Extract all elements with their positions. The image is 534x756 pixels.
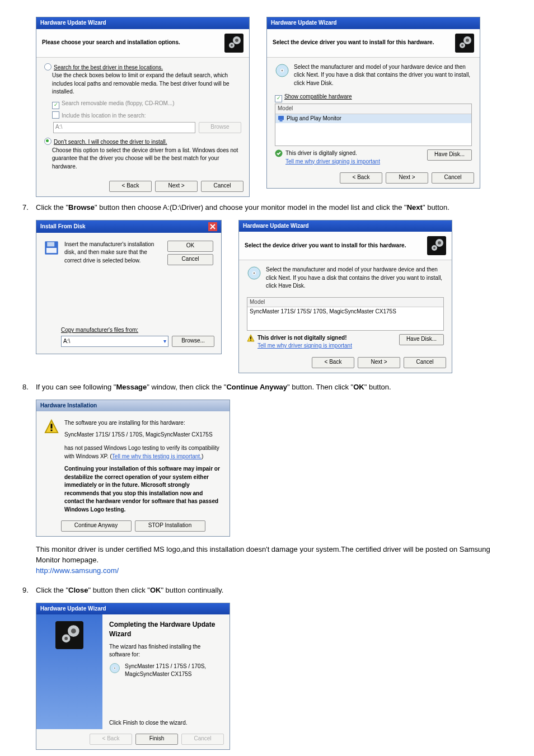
model-item-pnp[interactable]: Plug and Play Monitor	[275, 114, 471, 124]
checkbox-removable-media-label: Search removable media (floppy, CD-ROM..…	[62, 100, 175, 106]
select-driver-dialog-2: Hardware Update Wizard Select the device…	[238, 220, 452, 373]
signing-info-link[interactable]: Tell me why driver signing is important	[285, 158, 380, 165]
model-item-label: Plug and Play Monitor	[287, 115, 341, 123]
dialog-title: Hardware Update Wizard	[239, 220, 452, 232]
hardware-icon	[55, 621, 83, 649]
radio-search-best[interactable]	[44, 63, 51, 71]
have-disk-button[interactable]: Have Disk...	[427, 149, 472, 161]
model-item-syncmaster[interactable]: SyncMaster 171S/ 175S/ 170S, MagicSyncMa…	[247, 307, 443, 317]
dialog-title: Hardware Installation	[36, 400, 229, 412]
cancel-button[interactable]: Cancel	[201, 181, 243, 192]
continue-anyway-button[interactable]: Continue Anyway	[61, 520, 132, 532]
back-button[interactable]: < Back	[340, 172, 382, 184]
radio-search-best-label: Search for the best driver in these loca…	[54, 64, 163, 71]
signing-info-link[interactable]: Tell me why driver signing is important	[257, 342, 352, 349]
select-driver-dialog-1: Hardware Update Wizard Select the device…	[266, 17, 480, 189]
hw-install-line-2: SyncMaster 171S/ 175S / 170S, MagicSyncM…	[64, 431, 222, 439]
finish-button[interactable]: Finish	[135, 734, 178, 745]
radio-dont-search-label: Don't search. I will choose the driver t…	[54, 139, 167, 145]
install-from-disk-dialog: Install From Disk Insert the manufacture…	[36, 220, 222, 354]
have-disk-button[interactable]: Have Disk...	[399, 334, 444, 345]
dialog-title: Install From Disk	[40, 223, 86, 231]
samsung-link[interactable]: http://www.samsung.com/	[36, 566, 119, 575]
checkbox-show-compatible[interactable]	[275, 95, 282, 102]
warning-icon	[247, 334, 255, 342]
browse-button[interactable]: Browse...	[172, 336, 214, 347]
model-header: Model	[247, 298, 443, 308]
logo-testing-link[interactable]: Tell me why this testing is important.	[112, 453, 202, 459]
chevron-down-icon[interactable]: ▾	[163, 337, 166, 346]
back-button[interactable]: < Back	[109, 181, 152, 192]
search-best-note: Use the check boxes below to limit or ex…	[52, 72, 241, 96]
disk-icon	[247, 266, 261, 280]
model-header: Model	[275, 104, 471, 114]
completing-sub: The wizard has finished installing the s…	[109, 643, 223, 659]
copy-from-input[interactable]: A:\ ▾	[61, 336, 168, 347]
checkbox-include-location[interactable]	[52, 111, 59, 119]
cancel-button[interactable]: Cancel	[404, 357, 446, 368]
radio-dont-search[interactable]	[44, 138, 51, 145]
step-7-text: Click the "Browse" button then choose A:…	[36, 203, 449, 212]
cancel-button[interactable]: Cancel	[167, 254, 213, 265]
dialog-header: Select the device driver you want to ins…	[245, 242, 406, 250]
dialog-header: Select the device driver you want to ins…	[273, 39, 434, 47]
search-options-dialog: Hardware Update Wizard Please choose you…	[36, 17, 250, 197]
hw-install-line-1: The software you are installing for this…	[64, 419, 222, 428]
next-button[interactable]: Next >	[155, 181, 198, 192]
hardware-icon	[224, 34, 243, 53]
dont-search-note: Choose this option to select the device …	[52, 147, 241, 171]
hardware-installation-dialog: Hardware Installation The software you a…	[36, 400, 230, 537]
instruction-text: Select the manufacturer and model of you…	[266, 266, 444, 290]
cancel-button[interactable]: Cancel	[181, 734, 224, 745]
disk-icon	[275, 63, 289, 78]
disk-icon	[109, 663, 120, 674]
warning-icon	[44, 419, 59, 434]
model-item-label: SyncMaster 171S/ 175S/ 170S, MagicSyncMa…	[250, 308, 396, 316]
floppy-icon	[44, 241, 59, 255]
completing-wizard-dialog: Hardware Update Wizard Completing the Ha…	[36, 603, 230, 750]
cancel-button[interactable]: Cancel	[432, 172, 474, 184]
checkbox-include-location-label: Include this location in the search:	[62, 112, 146, 119]
step-8-text: If you can see following "Message" windo…	[36, 383, 391, 391]
dialog-header: Please choose your search and installati…	[42, 39, 180, 47]
signed-icon	[275, 149, 283, 157]
install-from-disk-instruction: Insert the manufacturer's installation d…	[64, 241, 162, 265]
dialog-title: Hardware Update Wizard	[36, 17, 249, 29]
completing-title: Completing the Hardware Update Wizard	[109, 620, 223, 640]
checkbox-removable-media[interactable]	[52, 102, 59, 109]
annotation-text: This monitor driver is under certified M…	[36, 545, 490, 564]
hardware-icon	[427, 236, 446, 255]
back-button[interactable]: < Back	[90, 734, 132, 745]
next-button[interactable]: Next >	[386, 172, 428, 184]
step-9-text: Click the "Close" button then click "OK"…	[36, 586, 223, 594]
hardware-icon	[455, 34, 474, 53]
location-input[interactable]: A:\	[53, 122, 195, 133]
completing-click-text: Click Finish to close the wizard.	[109, 719, 223, 727]
next-button[interactable]: Next >	[358, 357, 400, 368]
signed-text: This driver is digitally signed.	[285, 149, 380, 158]
dialog-title: Hardware Update Wizard	[36, 603, 229, 615]
browse-button[interactable]: Browse	[199, 122, 241, 133]
checkbox-show-compatible-label: Show compatible hardware	[284, 93, 352, 100]
hw-install-line-3: has not passed Windows Logo testing to v…	[64, 444, 222, 461]
not-signed-text: This driver is not digitally signed!	[257, 335, 346, 341]
completing-item: SyncMaster 171S / 175S / 170S, MagicSync…	[125, 663, 223, 679]
hw-install-warning: Continuing your installation of this sof…	[64, 465, 222, 514]
instruction-text: Select the manufacturer and model of you…	[294, 63, 472, 88]
stop-installation-button[interactable]: STOP Installation	[135, 520, 205, 532]
copy-from-path: A:\	[63, 337, 70, 346]
copy-from-label: Copy manufacturer's files from:	[61, 326, 214, 335]
monitor-icon	[278, 115, 284, 122]
ok-button[interactable]: OK	[167, 241, 213, 252]
dialog-title: Hardware Update Wizard	[267, 17, 480, 29]
close-icon[interactable]	[208, 222, 217, 231]
back-button[interactable]: < Back	[312, 357, 354, 368]
